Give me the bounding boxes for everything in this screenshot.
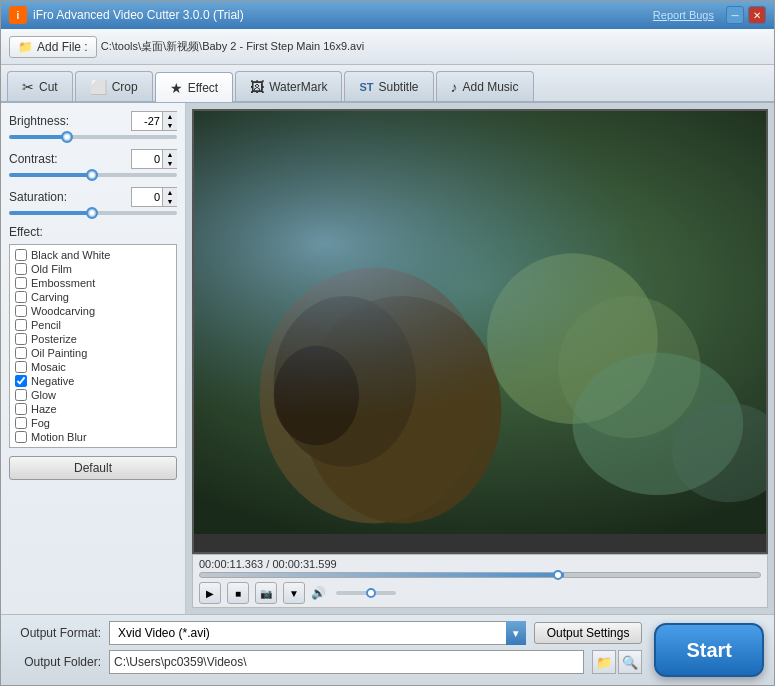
tab-crop-label: Crop xyxy=(112,80,138,94)
output-folder-input[interactable] xyxy=(109,650,584,674)
haze-checkbox[interactable] xyxy=(15,403,27,415)
cut-icon: ✂ xyxy=(22,79,34,95)
saturation-slider-thumb[interactable] xyxy=(86,207,98,219)
volume-slider[interactable] xyxy=(336,591,396,595)
list-item: Glow xyxy=(13,388,173,402)
brightness-group: Brightness: ▲ ▼ xyxy=(9,111,177,139)
mosaic-checkbox[interactable] xyxy=(15,361,27,373)
contrast-spinbox[interactable]: ▲ ▼ xyxy=(131,149,177,169)
black-white-label: Black and White xyxy=(31,249,110,261)
progress-bar[interactable] xyxy=(199,572,761,578)
tab-watermark[interactable]: 🖼 WaterMark xyxy=(235,71,342,101)
brightness-up[interactable]: ▲ xyxy=(163,112,177,121)
output-format-select-wrapper[interactable]: Xvid Video (*.avi) ▼ xyxy=(109,621,526,645)
embossment-checkbox[interactable] xyxy=(15,277,27,289)
add-file-icon: 📁 xyxy=(18,40,33,54)
effect-icon: ★ xyxy=(170,80,183,96)
play-button[interactable]: ▶ xyxy=(199,582,221,604)
motion-blur-label: Motion Blur xyxy=(31,431,87,443)
main-content: Brightness: ▲ ▼ Contrast: xyxy=(1,103,774,614)
add-file-button[interactable]: 📁 Add File : xyxy=(9,36,97,58)
old-film-checkbox[interactable] xyxy=(15,263,27,275)
title-bar-right: Report Bugs ─ ✕ xyxy=(653,6,766,24)
window-title: iFro Advanced Video Cutter 3.0.0 (Trial) xyxy=(33,8,244,22)
list-item: Pencil xyxy=(13,318,173,332)
output-settings-button[interactable]: Output Settings xyxy=(534,622,643,644)
contrast-up[interactable]: ▲ xyxy=(163,150,177,159)
volume-thumb[interactable] xyxy=(366,588,376,598)
brightness-down[interactable]: ▼ xyxy=(163,121,177,130)
contrast-slider-thumb[interactable] xyxy=(86,169,98,181)
tab-add-music-label: Add Music xyxy=(463,80,519,94)
motion-blur-checkbox[interactable] xyxy=(15,431,27,443)
screenshot-button[interactable]: 📷 xyxy=(255,582,277,604)
brightness-spinbox[interactable]: ▲ ▼ xyxy=(131,111,177,131)
controls-bar: 00:00:11.363 / 00:00:31.599 ▶ ■ 📷 ▼ 🔊 xyxy=(192,554,768,608)
contrast-slider-track[interactable] xyxy=(9,173,177,177)
tab-crop[interactable]: ⬜ Crop xyxy=(75,71,153,101)
bottom-row: Output Format: Xvid Video (*.avi) ▼ Outp… xyxy=(11,621,764,679)
add-file-label: Add File : xyxy=(37,40,88,54)
list-item: Carving xyxy=(13,290,173,304)
list-item: Mosaic xyxy=(13,360,173,374)
negative-checkbox[interactable] xyxy=(15,375,27,387)
main-window: i iFro Advanced Video Cutter 3.0.0 (Tria… xyxy=(0,0,775,686)
search-folder-button[interactable]: 🔍 xyxy=(618,650,642,674)
list-item: Posterize xyxy=(13,332,173,346)
start-button[interactable]: Start xyxy=(654,623,764,677)
effects-list: Black and White Old Film Embossment Carv… xyxy=(9,244,177,448)
posterize-label: Posterize xyxy=(31,333,77,345)
list-item: Woodcarving xyxy=(13,304,173,318)
black-white-checkbox[interactable] xyxy=(15,249,27,261)
brightness-slider-track[interactable] xyxy=(9,135,177,139)
tab-cut[interactable]: ✂ Cut xyxy=(7,71,73,101)
brightness-input[interactable] xyxy=(132,114,162,128)
progress-thumb[interactable] xyxy=(553,570,563,580)
output-format-row: Output Format: Xvid Video (*.avi) ▼ Outp… xyxy=(11,621,642,645)
carving-checkbox[interactable] xyxy=(15,291,27,303)
close-button[interactable]: ✕ xyxy=(748,6,766,24)
brightness-label-row: Brightness: ▲ ▼ xyxy=(9,111,177,131)
brightness-slider-thumb[interactable] xyxy=(61,131,73,143)
fog-checkbox[interactable] xyxy=(15,417,27,429)
tab-subtitle[interactable]: ST Subtitle xyxy=(344,71,433,101)
bottom-bar: Output Format: Xvid Video (*.avi) ▼ Outp… xyxy=(1,614,774,685)
output-format-select[interactable]: Xvid Video (*.avi) xyxy=(109,621,526,645)
saturation-input[interactable] xyxy=(132,190,162,204)
left-panel: Brightness: ▲ ▼ Contrast: xyxy=(1,103,186,614)
negative-label: Negative xyxy=(31,375,74,387)
brightness-arrows: ▲ ▼ xyxy=(162,112,177,130)
tabs-bar: ✂ Cut ⬜ Crop ★ Effect 🖼 WaterMark ST Sub… xyxy=(1,65,774,103)
crop-icon: ⬜ xyxy=(90,79,107,95)
title-bar: i iFro Advanced Video Cutter 3.0.0 (Tria… xyxy=(1,1,774,29)
glow-checkbox[interactable] xyxy=(15,389,27,401)
list-item: Old Film xyxy=(13,262,173,276)
saturation-down[interactable]: ▼ xyxy=(163,197,177,206)
time-display: 00:00:11.363 / 00:00:31.599 xyxy=(199,558,761,570)
browse-folder-button[interactable]: 📁 xyxy=(592,650,616,674)
minimize-button[interactable]: ─ xyxy=(726,6,744,24)
pencil-checkbox[interactable] xyxy=(15,319,27,331)
saturation-label: Saturation: xyxy=(9,190,67,204)
tab-watermark-label: WaterMark xyxy=(269,80,327,94)
contrast-down[interactable]: ▼ xyxy=(163,159,177,168)
saturation-up[interactable]: ▲ xyxy=(163,188,177,197)
saturation-spinbox[interactable]: ▲ ▼ xyxy=(131,187,177,207)
output-format-label: Output Format: xyxy=(11,626,101,640)
app-icon: i xyxy=(9,6,27,24)
oil-painting-checkbox[interactable] xyxy=(15,347,27,359)
posterize-checkbox[interactable] xyxy=(15,333,27,345)
report-bugs-link[interactable]: Report Bugs xyxy=(653,9,714,21)
watermark-icon: 🖼 xyxy=(250,79,264,95)
default-button[interactable]: Default xyxy=(9,456,177,480)
tab-effect[interactable]: ★ Effect xyxy=(155,72,233,102)
stop-button[interactable]: ■ xyxy=(227,582,249,604)
list-item: Motion Blur xyxy=(13,430,173,444)
settings-button[interactable]: ▼ xyxy=(283,582,305,604)
saturation-label-row: Saturation: ▲ ▼ xyxy=(9,187,177,207)
contrast-input[interactable] xyxy=(132,152,162,166)
woodcarving-checkbox[interactable] xyxy=(15,305,27,317)
current-time: 00:00:11.363 xyxy=(199,558,263,570)
saturation-slider-track[interactable] xyxy=(9,211,177,215)
tab-add-music[interactable]: ♪ Add Music xyxy=(436,71,534,101)
